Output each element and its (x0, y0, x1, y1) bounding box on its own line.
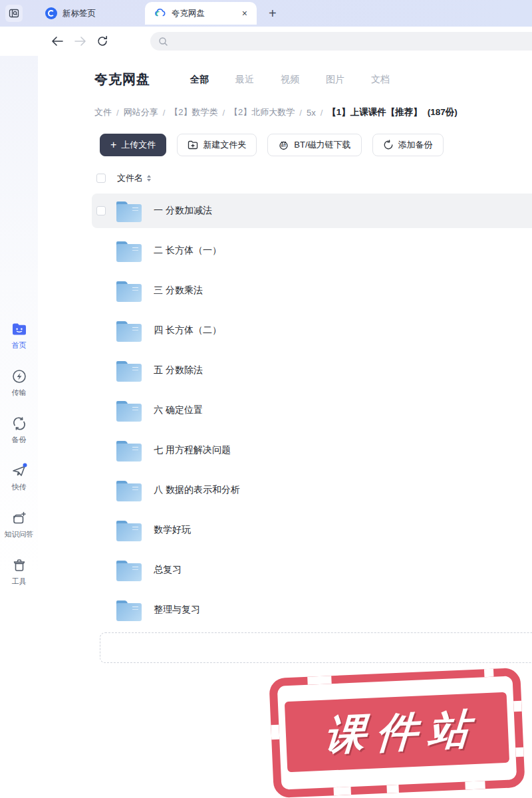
tab-label: 新标签页 (63, 8, 124, 19)
upload-file-button[interactable]: + 上传文件 (100, 134, 166, 156)
tab-label: 夸克网盘 (172, 8, 235, 19)
folder-name[interactable]: 六 确定位置 (154, 404, 203, 416)
quark-browser-logo-icon (45, 7, 57, 19)
sidebar-search-toggle-button[interactable] (5, 5, 23, 22)
forward-button[interactable] (73, 35, 86, 48)
folder-icon (116, 401, 142, 422)
folder-row[interactable]: 总复习 (92, 553, 532, 587)
view-tabs: 全部 最近 视频 图片 文档 (190, 74, 390, 86)
bt-download-label: BT/磁力链下载 (294, 139, 350, 151)
breadcrumb: 文件 / 网站分享 / 【2】数学类 / 【2】北师大数学 / 5x / 【1】… (94, 106, 532, 118)
window-search-icon (9, 8, 19, 19)
browser-nav-bar (0, 27, 532, 56)
folder-icon (116, 441, 142, 462)
file-list-header: 文件名 (96, 172, 532, 184)
folder-name[interactable]: 二 长方体（一） (154, 245, 221, 257)
folder-row[interactable]: 二 长方体（一） (92, 233, 532, 268)
browser-tab-newtab[interactable]: 新标签页 (35, 0, 134, 27)
refresh-icon (96, 35, 108, 47)
sort-icon[interactable] (147, 175, 151, 182)
sidebar-item-backup[interactable]: 备份 (11, 415, 28, 445)
plus-icon: + (110, 139, 116, 151)
forward-arrow-icon (74, 36, 86, 47)
sidebar-item-label: 工具 (12, 577, 27, 587)
folder-name[interactable]: 三 分数乘法 (154, 285, 203, 297)
sidebar-item-transfer[interactable]: 传输 (11, 368, 28, 398)
folder-row[interactable]: 数学好玩 (92, 513, 532, 547)
back-arrow-icon (51, 36, 64, 47)
home-icon (11, 321, 28, 338)
watermark-stamp: 课件站 (269, 668, 525, 798)
breadcrumb-current: 【1】上课课件【推荐】 (327, 106, 422, 118)
bt-magnet-download-button[interactable]: BT BT/磁力链下载 (267, 134, 361, 156)
folder-icon (116, 600, 142, 621)
sidebar-item-label: 首页 (12, 340, 27, 350)
new-tab-button[interactable]: + (269, 6, 277, 21)
fast-transfer-icon (11, 462, 28, 479)
folder-name[interactable]: 七 用方程解决问题 (154, 444, 231, 456)
tab-images[interactable]: 图片 (326, 74, 344, 86)
breadcrumb-link[interactable]: 【2】北师大数学 (229, 106, 295, 118)
breadcrumb-link[interactable]: 【2】数学类 (170, 106, 217, 118)
breadcrumb-link[interactable]: 网站分享 (124, 106, 158, 118)
knowledge-qa-icon (11, 509, 28, 527)
tab-all[interactable]: 全部 (190, 74, 209, 86)
sidebar-item-tools[interactable]: 工具 (11, 557, 28, 587)
folder-icon (116, 561, 142, 581)
breadcrumb-separator: / (299, 108, 302, 118)
sidebar-item-label: 传输 (12, 388, 27, 398)
browser-tab-quark-drive[interactable]: 夸克网盘 × (145, 2, 257, 25)
breadcrumb-separator: / (116, 108, 119, 118)
folder-row[interactable]: 四 长方体（二） (92, 313, 532, 348)
new-folder-button[interactable]: 新建文件夹 (177, 134, 257, 156)
add-backup-button[interactable]: 添加备份 (372, 134, 444, 156)
sidebar-item-fast-transfer[interactable]: 快传 (11, 462, 28, 492)
cloud-drive-icon (154, 7, 166, 19)
folder-name[interactable]: 整理与复习 (154, 604, 200, 616)
page-title: 夸克网盘 (94, 70, 150, 88)
tab-docs[interactable]: 文档 (371, 74, 390, 86)
tab-videos[interactable]: 视频 (281, 74, 299, 86)
tab-close-icon[interactable]: × (241, 8, 249, 19)
folder-icon (116, 481, 142, 501)
refresh-button[interactable] (96, 35, 109, 48)
breadcrumb-separator: / (321, 108, 323, 118)
folder-row[interactable]: 三 分数乘法 (92, 273, 532, 308)
folder-icon (116, 281, 142, 302)
row-checkbox[interactable] (96, 206, 106, 215)
upload-file-label: 上传文件 (121, 139, 156, 151)
upload-dropzone[interactable] (100, 632, 532, 663)
folder-row[interactable]: 一 分数加减法 (92, 194, 532, 228)
folder-name[interactable]: 数学好玩 (154, 524, 191, 536)
folder-row[interactable]: 整理与复习 (92, 593, 532, 627)
folder-row[interactable]: 五 分数除法 (92, 353, 532, 388)
sidebar-item-label: 知识问答 (5, 529, 34, 539)
breadcrumb-link[interactable]: 文件 (94, 106, 112, 118)
folder-icon (116, 201, 142, 222)
folder-name[interactable]: 一 分数加减法 (154, 205, 212, 217)
sidebar-item-home[interactable]: 首页 (11, 321, 28, 350)
sidebar-item-knowledge-qa[interactable]: 知识问答 (5, 509, 34, 539)
folder-name[interactable]: 四 长方体（二） (154, 325, 221, 336)
folder-name[interactable]: 八 数据的表示和分析 (154, 484, 240, 496)
select-all-checkbox[interactable] (96, 174, 106, 183)
folder-name[interactable]: 总复习 (154, 564, 182, 576)
address-search-bar[interactable] (150, 32, 532, 51)
folder-icon (116, 361, 142, 382)
stamp-text: 课件站 (312, 700, 481, 763)
bt-download-icon: BT (278, 140, 289, 150)
folder-icon (116, 321, 142, 342)
back-button[interactable] (51, 35, 64, 48)
tab-recent[interactable]: 最近 (235, 74, 254, 86)
folder-row[interactable]: 六 确定位置 (92, 393, 532, 428)
browser-tab-bar: 新标签页 夸克网盘 × + (0, 0, 532, 27)
breadcrumb-link[interactable]: 5x (307, 108, 316, 118)
add-backup-icon (383, 140, 394, 150)
tools-icon (11, 557, 28, 574)
file-list: 一 分数加减法 二 长方体（一） 三 分数乘法 四 长方体（二） 五 分数除法 (92, 194, 532, 627)
folder-row[interactable]: 八 数据的表示和分析 (92, 473, 532, 507)
folder-row[interactable]: 七 用方程解决问题 (92, 433, 532, 467)
name-column-header[interactable]: 文件名 (117, 172, 143, 184)
folder-name[interactable]: 五 分数除法 (154, 364, 203, 376)
backup-icon (11, 415, 28, 432)
